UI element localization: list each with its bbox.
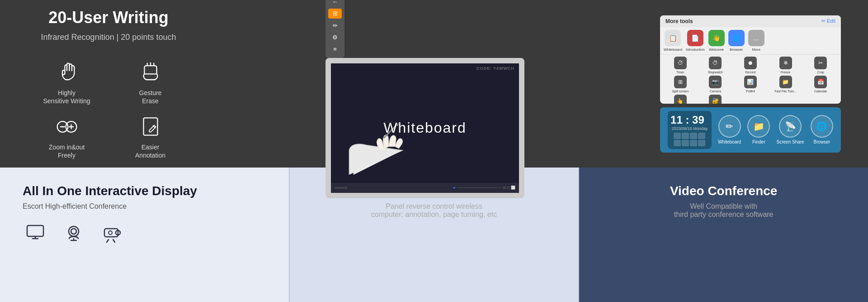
panel-allinone-subtitle: Escort High-efficient Conference — [23, 202, 266, 211]
subtitle: Infrared Recognition | 20 points touch — [27, 33, 190, 42]
app-introduction: 📄 Introduction — [686, 30, 705, 52]
pen-tool-icon: ✏ — [328, 20, 342, 30]
screenshot-top: More tools ✏ Edit 📋 Whiteboard 📄 Introdu… — [660, 15, 841, 104]
app-browser: 🌐 Browser — [728, 30, 745, 52]
whiteboard-screen: CODE: Y4WWCH — [331, 63, 519, 193]
features-grid: HighlySensitive Writing GestureErase — [27, 60, 190, 159]
svg-rect-12 — [27, 225, 43, 236]
bottom-browser-icon: 🌐 — [811, 115, 833, 138]
monitor-icon — [23, 222, 47, 244]
webcam-icon-item — [61, 222, 86, 244]
tool-fileshare: 📁 Fast File Tran... — [769, 76, 802, 93]
tool-camera: 📷 Camera — [699, 76, 732, 93]
projector-icon — [99, 222, 124, 244]
hand-icon — [54, 60, 79, 85]
right-screenshots: More tools ✏ Edit 📋 Whiteboard 📄 Introdu… — [660, 15, 841, 153]
tool-timer: ⏱ Timer — [664, 57, 697, 74]
bottom-whiteboard-label: Whiteboard — [718, 139, 741, 144]
feature-annotation: EasierAnnotation — [111, 115, 190, 159]
tool-pollkit: 📊 PollKit — [734, 76, 767, 93]
bottom-browser-label: Browser — [814, 139, 830, 144]
bottom-whiteboard-icon: ✏ — [718, 115, 741, 138]
monitor-icon-item — [23, 222, 47, 244]
feature-gesture: GestureErase — [111, 60, 190, 105]
tool-screenlock: 🔐 ScreenLock — [699, 95, 732, 104]
wb-brand: maxhub — [335, 186, 347, 190]
app-more: … More — [748, 30, 764, 52]
zoom-label: Zoom in&outFreely — [49, 143, 85, 159]
svg-point-23 — [108, 231, 112, 235]
whiteboard-frame: CODE: Y4WWCH — [326, 58, 524, 198]
mini-icon-grid — [674, 133, 705, 146]
tool-stopwatch: ⏱ Stopwatch — [699, 57, 732, 74]
feature-sensitive: HighlySensitive Writing — [27, 60, 106, 105]
clock-date: 2023/09/15 Monday — [672, 126, 708, 131]
tools-grid: ⏱ Timer ⏱ Stopwatch ⏺ Record ❄ Freeze ✂ — [660, 55, 841, 104]
bottom-app-screenshare: 📡 Screen Share — [777, 115, 804, 144]
app-welcome: 👋 Welcome — [708, 30, 725, 52]
bottom-finder-label: Finder — [752, 139, 765, 144]
bottom-screenshare-label: Screen Share — [777, 139, 804, 144]
tool-touchoverlay: 👆 TouchOverlay — [664, 95, 697, 104]
svg-line-21 — [107, 240, 108, 242]
tool-record: ⏺ Record — [734, 57, 767, 74]
bottom-screenshare-icon: 📡 — [779, 115, 802, 138]
annotation-label: EasierAnnotation — [135, 143, 165, 159]
feature-zoom: Zoom in&outFreely — [27, 115, 106, 159]
main-title: 20-User Writing — [27, 8, 190, 27]
panel-video-subtitle: Well Compatible withthird party conferen… — [674, 202, 774, 219]
gesture-label: GestureErase — [139, 89, 162, 105]
clock-panel: 11 : 39 2023/09/15 Monday — [668, 111, 712, 149]
bottom-app-browser: 🌐 Browser — [811, 115, 833, 144]
whiteboard-label: Whiteboard — [383, 120, 467, 136]
tool-calendar: 📅 Calendar — [804, 76, 837, 93]
code-label: CODE: Y4WWCH — [476, 66, 514, 71]
screenshot-bottom: 11 : 39 2023/09/15 Monday ✏ White — [660, 107, 841, 153]
app-grid-header: More tools ✏ Edit — [660, 15, 841, 27]
bottom-app-finder: 📁 Finder — [747, 115, 770, 144]
side-toolbar: ↩ ⌂ ← ⊞ ✏ ⚙ ≡ — [326, 0, 344, 58]
edit-label: ✏ Edit — [821, 18, 835, 24]
svg-line-22 — [113, 240, 115, 242]
tools-icon: ⚙ — [328, 32, 342, 42]
glove-icon — [138, 60, 163, 85]
app-row-1: 📋 Whiteboard 📄 Introduction 👋 Welcome 🌐 … — [660, 27, 841, 55]
tool-crop: ✂ Crop — [804, 57, 837, 74]
settings-icon: ≡ — [328, 44, 342, 54]
left-content: 20-User Writing Infrared Recognition | 2… — [27, 8, 190, 159]
back-icon: ← — [328, 0, 342, 7]
svg-point-16 — [71, 229, 76, 234]
bottom-app-whiteboard: ✏ Whiteboard — [718, 115, 741, 144]
wb-bottom-bar: maxhub ● ───────────────── ⊞ ⊡ ⬜ — [331, 183, 519, 193]
tool-freeze: ❄ Freeze — [769, 57, 802, 74]
pen-icon — [138, 115, 163, 139]
top-section: 20-User Writing Infrared Recognition | 2… — [0, 0, 868, 168]
app-whiteboard: 📋 Whiteboard — [664, 30, 682, 52]
zoom-icon — [54, 115, 79, 139]
panel-video-title: Video Conference — [670, 183, 778, 199]
svg-point-15 — [69, 226, 79, 236]
center-display: ↩ ⌂ ← ⊞ ✏ ⚙ ≡ CODE: Y4WWCH — [208, 0, 642, 198]
projector-icon-item — [99, 222, 124, 244]
panel-reverse-subtitle: Panel reverse control wirelesscomputer: … — [371, 202, 497, 219]
clock-display: 11 : 39 — [670, 114, 704, 126]
more-tools-label: More tools — [665, 18, 693, 24]
panel-allinone-icons — [23, 222, 266, 244]
apps-icon: ⊞ — [328, 9, 342, 19]
sensitive-label: HighlySensitive Writing — [43, 89, 90, 105]
bottom-finder-icon: 📁 — [747, 115, 770, 138]
tool-split: ⊞ Split screen — [664, 76, 697, 93]
webcam-icon — [61, 222, 86, 244]
